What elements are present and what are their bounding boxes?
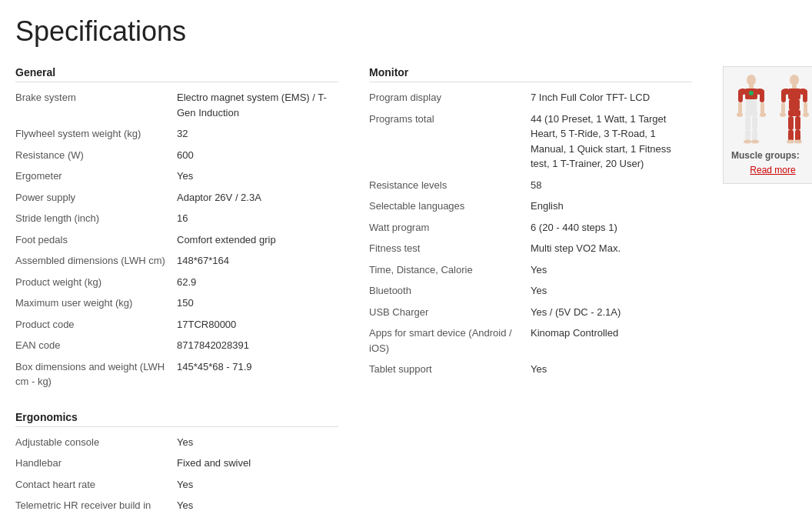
table-row: Tablet supportYes [369,359,692,380]
table-row: Resistance (W)600 [15,145,338,166]
table-row: Maximum user weight (kg)150 [15,292,338,314]
table-row: Programs total44 (10 Preset, 1 Watt, 1 T… [369,109,692,175]
svg-point-30 [780,112,786,117]
svg-point-12 [760,112,766,117]
spec-label: EAN code [15,335,177,356]
spec-label: Time, Distance, Calorie [369,259,531,281]
body-front-icon [732,75,770,144]
spec-value: English [531,195,692,217]
spec-value: 32 [177,123,338,145]
monitor-section-title: Monitor [369,66,692,82]
table-row: Apps for smart device (Android / iOS)Kin… [369,322,692,359]
table-row: Program display7 Inch Full Color TFT- LC… [369,87,692,109]
spec-label: Flywheel system weight (kg) [15,123,177,145]
table-row: Selectable languagesEnglish [369,195,692,217]
table-row: Fitness testMulti step VO2 Max. [369,238,692,259]
table-row: Product weight (kg)62.9 [15,272,338,293]
svg-rect-34 [795,116,800,130]
svg-rect-35 [788,130,794,141]
svg-point-20 [790,75,799,85]
svg-rect-9 [738,102,742,113]
monitor-table: Program display7 Inch Full Color TFT- LC… [369,87,692,380]
spec-label: Fitness test [369,238,531,259]
spec-value: Yes [531,259,692,281]
table-row: Power supplyAdaptor 26V / 2.3A [15,187,338,209]
spec-value: Yes [531,359,692,380]
spec-value: 62.9 [177,272,338,293]
spec-label: Tablet support [369,359,531,380]
table-row: HandlebarFixed and swivel [15,453,338,474]
spec-value: Yes [177,165,338,187]
svg-rect-17 [752,130,757,141]
table-row: Telemetric HR receiver build inYes [15,495,338,511]
ergonomics-section-title: Ergonomics [15,411,338,427]
svg-rect-16 [745,130,750,141]
table-row: Adjustable consoleYes [15,432,338,453]
right-column: Muscle groups: Read more [723,66,812,184]
middle-column: Monitor Program display7 Inch Full Color… [369,66,692,399]
svg-rect-5 [746,99,757,110]
svg-rect-8 [760,90,764,102]
svg-point-6 [749,91,754,95]
spec-label: Bluetooth [369,280,531,302]
table-row: Contact heart rateYes [15,474,338,496]
svg-point-11 [737,112,743,117]
table-row: Resistance levels58 [369,175,692,196]
spec-label: Ergometer [15,165,177,187]
table-row: Foot pedalsComfort extended grip [15,229,338,251]
table-row: Box dimensions and weight (LWH cm - kg)1… [15,356,338,392]
spec-label: Maximum user weight (kg) [15,292,177,314]
table-row: Stride length (inch)16 [15,208,338,229]
spec-label: USB Charger [369,302,531,323]
muscle-figure [731,75,812,144]
spec-label: Product weight (kg) [15,272,177,293]
spec-label: Stride length (inch) [15,208,177,229]
svg-rect-1 [749,85,754,89]
svg-rect-36 [795,130,800,141]
table-row: EAN code8717842028391 [15,335,338,356]
table-row: Product code17TCR80000 [15,314,338,336]
svg-rect-27 [803,90,807,102]
left-column: General Brake systemElectro magnet syste… [15,66,338,511]
spec-label: Programs total [369,109,531,175]
svg-rect-29 [804,102,807,113]
spec-label: Program display [369,87,531,109]
spec-value: Yes [177,474,338,496]
spec-label: Brake system [15,87,177,123]
svg-rect-14 [745,116,750,130]
spec-label: Resistance levels [369,175,531,196]
svg-rect-26 [781,90,786,102]
svg-rect-7 [738,90,743,102]
spec-value: 148*67*164 [177,250,338,272]
spec-value: 44 (10 Preset, 1 Watt, 1 Target Heart, 5… [531,109,692,175]
muscle-groups-label: Muscle groups: [731,150,812,161]
svg-rect-25 [789,99,800,110]
spec-value: Adaptor 26V / 2.3A [177,187,338,209]
svg-point-18 [744,140,751,144]
spec-label: Handlebar [15,453,177,474]
spec-value: 150 [177,292,338,314]
svg-rect-24 [788,89,800,99]
table-row: Watt program6 (20 - 440 steps 1) [369,217,692,239]
spec-value: Fixed and swivel [177,453,338,474]
spec-value: 7 Inch Full Color TFT- LCD [531,87,692,109]
spec-value: 17TCR80000 [177,314,338,336]
svg-point-37 [787,140,794,144]
spec-label: Selectable languages [369,195,531,217]
spec-label: Adjustable console [15,432,177,453]
general-table: Brake systemElectro magnet system (EMS) … [15,87,338,392]
read-more-link[interactable]: Read more [750,165,795,175]
spec-value: 16 [177,208,338,229]
ergonomics-table: Adjustable consoleYesHandlebarFixed and … [15,432,338,512]
table-row: ErgometerYes [15,165,338,187]
svg-point-0 [747,75,756,85]
table-row: Time, Distance, CalorieYes [369,259,692,281]
spec-value: Yes [531,280,692,302]
svg-rect-33 [788,116,794,130]
body-back-icon [775,75,812,144]
spec-value: 8717842028391 [177,335,338,356]
table-row: Brake systemElectro magnet system (EMS) … [15,87,338,123]
table-row: USB ChargerYes / (5V DC - 2.1A) [369,302,692,323]
spec-value: 6 (20 - 440 steps 1) [531,217,692,239]
table-row: Flywheel system weight (kg)32 [15,123,338,145]
